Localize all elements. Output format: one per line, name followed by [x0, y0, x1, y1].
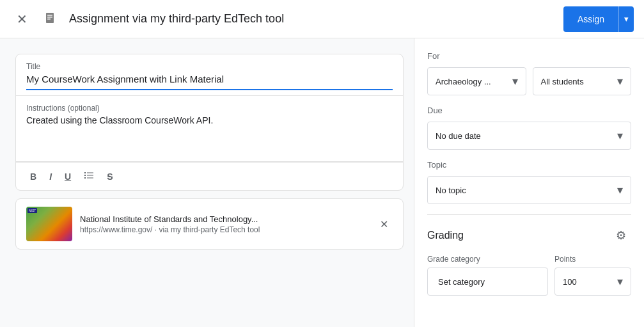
svg-rect-4 [84, 172, 86, 173]
instructions-section: Instructions (optional) Created using th… [16, 96, 403, 162]
svg-rect-8 [84, 177, 86, 179]
list-button[interactable] [80, 168, 98, 185]
assign-dropdown-arrow-icon: ▾ [624, 14, 629, 24]
svg-rect-2 [47, 17, 52, 18]
assign-dropdown-button[interactable]: ▾ [618, 6, 634, 32]
class-dropdown[interactable]: Archaeology ... ▾ [427, 67, 526, 95]
underline-button[interactable]: U [61, 169, 75, 184]
document-icon [41, 9, 61, 29]
map-image: NIST [26, 207, 72, 241]
title-underline [26, 89, 393, 90]
section-divider [427, 214, 631, 215]
svg-rect-0 [46, 13, 54, 23]
students-dropdown[interactable]: All students ▾ [533, 67, 632, 95]
points-value: 100 [563, 277, 577, 287]
due-value: No due date [436, 131, 481, 141]
grading-labels: Grade category Points [427, 255, 631, 264]
instructions-text[interactable]: Created using the Classroom CourseWork A… [26, 115, 393, 154]
left-panel: Title Instructions (optional) Created us… [0, 38, 414, 327]
topic-dropdown[interactable]: No topic ▾ [427, 176, 631, 204]
set-category-label: Set category [438, 277, 485, 287]
grading-row: Set category 100 ▾ [427, 267, 631, 296]
points-dropdown-arrow-icon: ▾ [617, 275, 623, 289]
points-label: Points [554, 255, 631, 264]
italic-button[interactable]: I [45, 169, 56, 184]
grading-settings-button[interactable]: ⚙ [611, 225, 631, 246]
gear-icon: ⚙ [616, 228, 626, 243]
svg-rect-1 [47, 15, 52, 16]
due-dropdown[interactable]: No due date ▾ [427, 122, 631, 150]
title-input[interactable] [26, 74, 393, 84]
class-dropdown-arrow-icon: ▾ [512, 74, 518, 88]
students-value: All students [541, 77, 584, 86]
svg-rect-3 [47, 19, 51, 20]
topbar: ✕ Assignment via my third-party EdTech t… [0, 0, 644, 38]
assignment-card: Title Instructions (optional) Created us… [15, 54, 404, 191]
grading-title: Grading [427, 230, 464, 241]
topbar-left: ✕ Assignment via my third-party EdTech t… [10, 8, 563, 31]
grading-header: Grading ⚙ [427, 225, 631, 246]
svg-rect-7 [87, 175, 93, 176]
topic-value: No topic [436, 186, 466, 195]
attachment-card: NIST National Institute of Standards and… [15, 198, 404, 250]
attachment-close-button[interactable]: ✕ [375, 215, 393, 233]
topic-dropdown-arrow-icon: ▾ [617, 183, 623, 197]
topic-label: Topic [427, 160, 631, 170]
svg-rect-6 [84, 175, 86, 176]
due-label: Due [427, 106, 631, 115]
attachment-thumbnail: NIST [26, 207, 72, 241]
close-button[interactable]: ✕ [10, 8, 33, 31]
instructions-label: Instructions (optional) [26, 104, 393, 113]
page-title: Assignment via my third-party EdTech too… [69, 12, 284, 26]
list-icon [84, 170, 94, 180]
main-content: Title Instructions (optional) Created us… [0, 38, 644, 327]
grade-category-label: Grade category [427, 255, 548, 264]
svg-rect-5 [87, 173, 93, 173]
right-panel: For Archaeology ... ▾ All students ▾ Due… [414, 38, 644, 327]
toolbar-section: B I U S [16, 162, 403, 190]
points-dropdown[interactable]: 100 ▾ [554, 267, 631, 296]
set-category-button[interactable]: Set category [427, 267, 548, 296]
title-label: Title [26, 62, 393, 71]
students-dropdown-arrow-icon: ▾ [617, 74, 623, 88]
svg-rect-9 [87, 178, 93, 179]
strikethrough-button[interactable]: S [103, 169, 116, 184]
class-value: Archaeology ... [436, 77, 491, 86]
attachment-url: https://www.time.gov/ · via my third-par… [80, 225, 367, 234]
assign-button-group: Assign ▾ [563, 6, 634, 32]
due-dropdown-arrow-icon: ▾ [617, 129, 623, 143]
bold-button[interactable]: B [26, 169, 40, 184]
title-section: Title [16, 54, 403, 96]
attachment-title: National Institute of Standards and Tech… [80, 214, 367, 224]
for-label: For [427, 51, 631, 61]
assign-button[interactable]: Assign [563, 6, 618, 32]
for-row: Archaeology ... ▾ All students ▾ [427, 67, 631, 95]
attachment-info: National Institute of Standards and Tech… [80, 214, 367, 234]
